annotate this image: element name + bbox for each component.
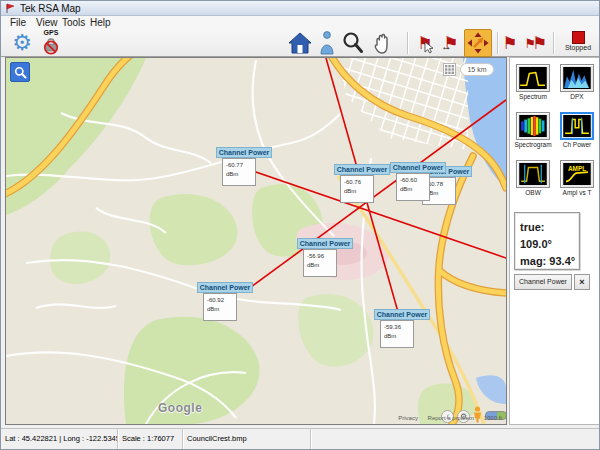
map-attribution: Privacy Report a problem 1000 ft [390, 415, 502, 421]
status-bar: Lat : 45.422821 | Long : -122.534502 Sca… [1, 428, 599, 449]
scale-ruler-label: 1000 ft [484, 415, 502, 421]
tool-obw[interactable]: OBW [512, 160, 554, 197]
settings-button[interactable]: ⚙ [9, 30, 35, 56]
menu-file[interactable]: File [7, 16, 29, 29]
tool-label: Ampl vs T [556, 188, 598, 197]
streetview-person-button[interactable] [318, 30, 336, 56]
true-bearing: true: 109.0° [520, 219, 579, 253]
callout-value: -56.96 [307, 253, 324, 259]
status-scale: Scale : 1:76077 [118, 429, 183, 450]
close-icon[interactable]: × [574, 274, 590, 290]
svg-text:AMPL: AMPL [568, 165, 586, 172]
callout-title: Channel Power [374, 309, 430, 320]
tab-channel-power[interactable]: Channel Power [514, 274, 572, 290]
gps-lock-button[interactable]: GPS [37, 26, 65, 58]
map-layers-button[interactable] [443, 63, 456, 76]
bearing-readout: true: 109.0° mag: 93.4° [514, 212, 580, 270]
callout-unit: dBm [307, 262, 319, 268]
toolbar-separator [407, 32, 408, 54]
gear-icon: ⚙ [12, 32, 32, 54]
callout-value: -60.60 [400, 177, 417, 183]
toolbar: ⚙ GPS [1, 29, 599, 57]
measurement-sidebar: Spectrum DPX [509, 57, 600, 425]
tool-spectrogram[interactable]: Spectrogram [512, 112, 554, 149]
gps-lock-icon [42, 36, 60, 55]
search-icon [14, 66, 27, 79]
tool-label: OBW [512, 188, 554, 197]
tool-ch-power[interactable]: Ch Power [556, 112, 598, 149]
hand-icon [371, 30, 397, 56]
ch-power-icon [563, 115, 591, 137]
map-canvas[interactable]: Channel Power -60.78 dBm Channel Power -… [6, 58, 506, 424]
callout-unit: dBm [207, 306, 219, 312]
measure-line [251, 100, 506, 287]
callout-title: Channel Power [216, 147, 272, 158]
select-marker-tool[interactable]: ⚑ [413, 30, 437, 56]
grid-icon [445, 65, 454, 74]
map-container: Channel Power -60.78 dBm Channel Power -… [5, 57, 507, 425]
move-marker-tool[interactable]: ⚑ ↔ [439, 30, 463, 56]
status-lat-long: Lat : 45.422821 | Long : -122.534502 [1, 429, 118, 450]
tool-dpx[interactable]: DPX [556, 64, 598, 101]
mag-bearing: mag: 93.4° [520, 253, 579, 270]
obw-icon [519, 163, 547, 185]
channel-power-callout[interactable]: Channel Power -56.96 dBm [297, 238, 367, 249]
channel-power-callout[interactable]: Channel Power -60.76 dBm [334, 164, 404, 175]
spectrum-icon [519, 67, 547, 89]
callout-unit: dBm [226, 171, 238, 177]
stopped-label: Stopped [557, 44, 599, 52]
tool-label: DPX [556, 92, 598, 101]
cursor-icon [424, 42, 434, 54]
show-all-flags-button[interactable]: ⚑ ⚑ [521, 30, 551, 56]
tool-spectrum[interactable]: Spectrum [512, 64, 554, 101]
app-window: Tek RSA Map File View Tools Help ⚙ GPS [0, 0, 600, 450]
callout-unit: dBm [344, 188, 356, 194]
report-problem-link[interactable]: Report a problem [428, 415, 474, 421]
callout-value: -60.92 [207, 297, 224, 303]
callout-value: -60.76 [344, 179, 361, 185]
measurement-lines [6, 58, 506, 424]
window-title: Tek RSA Map [20, 3, 81, 14]
toolbar-separator [497, 32, 498, 54]
tool-label: Spectrogram [512, 140, 554, 149]
home-button[interactable] [287, 31, 313, 55]
dpx-icon [563, 67, 591, 89]
status-empty [311, 429, 600, 450]
menu-help[interactable]: Help [87, 16, 114, 29]
channel-power-callout[interactable]: Channel Power -60.92 dBm [197, 282, 267, 293]
callout-unit: dBm [384, 333, 396, 339]
toolbar-separator [553, 32, 554, 54]
callout-title: Channel Power [297, 238, 353, 249]
home-icon [288, 32, 312, 54]
callout-unit: dBm [400, 186, 412, 192]
map-distance-pill: 15 km [460, 63, 494, 76]
arrows-icon: ↔ [441, 40, 452, 52]
tool-ampl-vs-t[interactable]: AMPL Ampl vs T [556, 160, 598, 197]
zoom-tool-button[interactable] [341, 30, 365, 56]
magnifier-icon [342, 31, 364, 55]
privacy-link[interactable]: Privacy [398, 415, 418, 421]
callout-value: -59.36 [384, 324, 401, 330]
ampl-vs-t-icon: AMPL [563, 163, 591, 185]
stop-acquisition-button[interactable]: Stopped [557, 31, 599, 52]
callout-value: -60.77 [226, 162, 243, 168]
gps-label: GPS [44, 29, 59, 36]
four-direction-arrows-icon [467, 32, 489, 54]
spectrogram-icon [519, 115, 547, 137]
google-logo: Google [158, 401, 202, 415]
measure-line [250, 170, 506, 258]
tool-label: Ch Power [556, 140, 598, 149]
pan-tool-button[interactable] [369, 29, 399, 57]
stop-square-icon [572, 31, 585, 44]
add-flag-button[interactable]: ⚑ [501, 30, 519, 56]
tool-label: Spectrum [512, 92, 554, 101]
flag-icon: ⚑ [532, 35, 547, 52]
menu-bar: File View Tools Help [1, 16, 599, 29]
status-filename: CouncilCrest.bmp [183, 429, 311, 450]
walk-measure-tool-selected[interactable] [464, 29, 492, 57]
map-search-button[interactable] [10, 62, 30, 82]
channel-power-callout[interactable]: Channel Power -60.77 dBm [216, 147, 286, 158]
person-icon [320, 31, 334, 55]
callout-title: Channel Power [197, 282, 253, 293]
channel-power-callout[interactable]: Channel Power -59.36 dBm [374, 309, 444, 320]
